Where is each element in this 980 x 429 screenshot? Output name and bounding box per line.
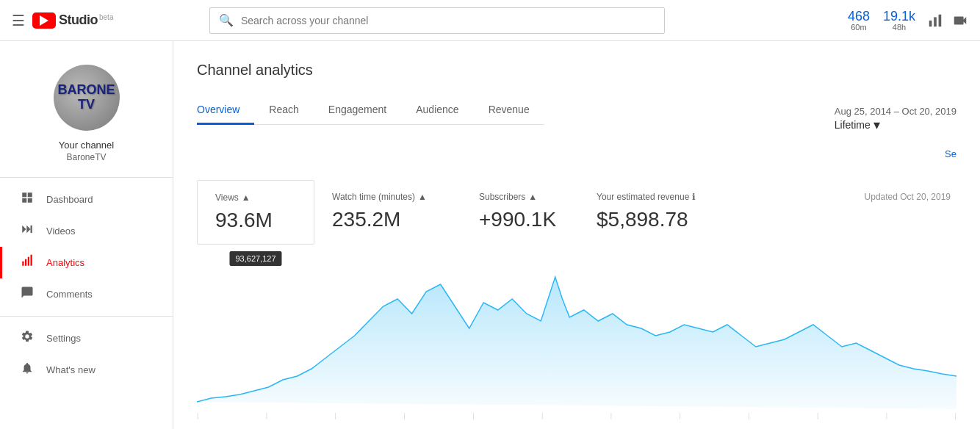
subscribers-label: Subscribers ▲: [479, 192, 561, 202]
analytics-icon: [20, 254, 35, 271]
main-content: Channel analytics Overview Reach Engagem…: [173, 41, 980, 429]
views-label: Views ▲: [215, 192, 296, 203]
header-icons: [927, 12, 968, 29]
tab-overview[interactable]: Overview: [197, 96, 254, 125]
stat-value-48h: 19.1k: [883, 10, 915, 23]
whatsnew-label: What's new: [46, 364, 96, 375]
svg-rect-5: [25, 259, 26, 266]
yt-play-triangle: [40, 15, 48, 26]
stat-item-48h: 19.1k 48h: [883, 10, 915, 32]
tab-audience[interactable]: Audience: [401, 96, 473, 125]
studio-label: Studio: [59, 12, 98, 27]
nav-dashboard[interactable]: Dashboard: [0, 184, 173, 215]
tab-revenue[interactable]: Revenue: [474, 96, 544, 125]
search-input[interactable]: [241, 15, 655, 26]
stat-label-60m: 60m: [848, 23, 870, 32]
videos-icon: [20, 223, 35, 239]
page-title: Channel analytics: [197, 62, 956, 79]
dashboard-icon: [20, 191, 35, 208]
updated-text: Updated Oct 20, 2019: [865, 180, 956, 202]
watchtime-label: Watch time (minutes) ▲: [332, 192, 444, 202]
avatar: BARONE TV: [54, 65, 120, 131]
sidebar: BARONE TV Your channel BaroneTV Dashboar…: [0, 41, 173, 429]
chevron-down-icon: ▾: [873, 117, 880, 133]
yt-logo: Studiobeta: [32, 12, 113, 29]
youtube-logo-icon: [32, 12, 56, 29]
sidebar-divider: [0, 316, 173, 317]
tab-engagement[interactable]: Engagement: [314, 96, 401, 125]
svg-rect-7: [31, 255, 32, 266]
see-more-link[interactable]: Se: [945, 148, 956, 159]
analytics-label: Analytics: [46, 257, 84, 268]
settings-label: Settings: [46, 333, 81, 344]
revenue-value: $5,898.78: [597, 208, 708, 231]
views-value: 93.6M: [215, 209, 296, 232]
nav-comments[interactable]: Comments: [0, 278, 173, 310]
tabs: Overview Reach Engagement Audience Reven…: [197, 96, 544, 125]
revenue-label: Your estimated revenue ℹ: [597, 192, 708, 202]
views-info-icon: ▲: [242, 192, 251, 203]
metric-card-views[interactable]: Views ▲ 93.6M 93,627,127: [197, 180, 314, 245]
comments-icon: [20, 286, 35, 303]
dashboard-label: Dashboard: [46, 194, 93, 205]
beta-label: beta: [99, 13, 113, 21]
views-tooltip: 93,627,127: [229, 251, 281, 266]
header-left: ☰ Studiobeta: [12, 12, 113, 29]
analytics-chart: [197, 262, 956, 409]
watchtime-info-icon: ▲: [418, 192, 427, 202]
lifetime-selector[interactable]: Lifetime ▾: [835, 117, 956, 133]
avatar-inner: BARONE TV: [54, 65, 120, 131]
stat-item-60m: 468 60m: [848, 10, 870, 32]
tab-reach[interactable]: Reach: [254, 96, 313, 125]
channel-profile: BARONE TV Your channel BaroneTV: [0, 53, 173, 178]
search-icon: 🔍: [219, 13, 234, 27]
analytics-chart-icon[interactable]: [927, 12, 943, 29]
comments-label: Comments: [46, 289, 93, 300]
metric-card-subscribers[interactable]: Subscribers ▲ +990.1K: [461, 180, 579, 245]
nav-videos[interactable]: Videos: [0, 215, 173, 247]
nav-settings[interactable]: Settings: [0, 322, 173, 354]
header-stats: 468 60m 19.1k 48h: [848, 10, 915, 32]
svg-rect-3: [31, 226, 32, 234]
chart-x-axis: | | | | | | | | | | | |: [197, 409, 956, 419]
analytics-header: Overview Reach Engagement Audience Reven…: [197, 96, 956, 143]
whatsnew-icon: [20, 361, 35, 378]
settings-icon: [20, 330, 35, 347]
svg-rect-1: [934, 17, 937, 26]
subscribers-value: +990.1K: [479, 208, 561, 231]
nav-analytics[interactable]: Analytics: [0, 247, 173, 278]
stat-label-48h: 48h: [883, 23, 915, 32]
stat-value-60m: 468: [848, 10, 870, 23]
chart-area: [197, 262, 956, 409]
layout: BARONE TV Your channel BaroneTV Dashboar…: [0, 41, 980, 429]
watchtime-value: 235.2M: [332, 208, 444, 231]
lifetime-label: Lifetime: [835, 119, 871, 131]
metrics-row: Views ▲ 93.6M 93,627,127 Watch time (min…: [197, 180, 956, 245]
channel-name: Your channel: [59, 140, 114, 151]
svg-rect-2: [939, 14, 942, 26]
avatar-text: BARONE TV: [57, 83, 115, 112]
metric-card-watchtime[interactable]: Watch time (minutes) ▲ 235.2M: [314, 180, 461, 245]
video-upload-icon[interactable]: [952, 12, 968, 29]
metric-card-revenue[interactable]: Your estimated revenue ℹ $5,898.78: [579, 180, 726, 245]
date-range-text: Aug 25, 2014 – Oct 20, 2019: [835, 106, 956, 117]
header-right: 468 60m 19.1k 48h: [848, 10, 968, 32]
hamburger-icon[interactable]: ☰: [12, 12, 25, 29]
svg-rect-0: [929, 21, 932, 26]
yt-studio-text: Studiobeta: [59, 12, 113, 28]
svg-rect-6: [28, 257, 29, 266]
channel-handle: BaroneTV: [66, 152, 106, 162]
header: ☰ Studiobeta 🔍 468 60m 19.1k 48h: [0, 0, 980, 41]
videos-label: Videos: [46, 226, 76, 237]
search-bar[interactable]: 🔍: [209, 7, 665, 34]
nav-whatsnew[interactable]: What's new: [0, 354, 173, 386]
subscribers-info-icon: ▲: [528, 192, 537, 202]
revenue-info-icon: ℹ: [692, 192, 696, 202]
date-range-info: Aug 25, 2014 – Oct 20, 2019 Lifetime ▾: [835, 106, 956, 133]
svg-rect-4: [22, 262, 24, 266]
